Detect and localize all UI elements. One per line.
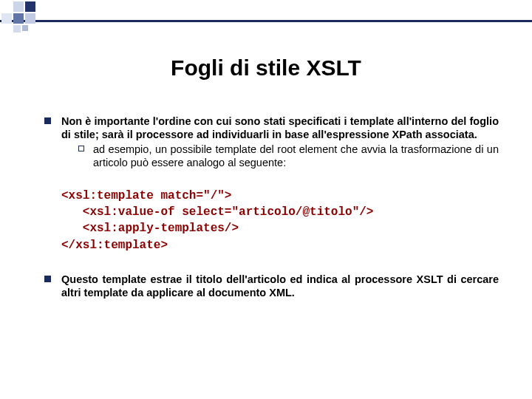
deco-square <box>13 13 24 24</box>
deco-square <box>25 13 35 24</box>
sub-bullet-text: ad esempio, un possibile template del ro… <box>93 143 499 169</box>
header-bar <box>0 20 532 22</box>
hollow-square-bullet-icon <box>78 146 84 151</box>
bullet-item: Non è importante l'ordine con cui sono s… <box>44 115 499 170</box>
header-decoration <box>0 0 532 31</box>
deco-square <box>1 13 12 24</box>
bullet-text: Questo template estrae il titolo dell'ar… <box>61 273 499 299</box>
deco-square <box>25 1 35 12</box>
sub-bullet-item: ad esempio, un possibile template del ro… <box>78 143 499 169</box>
bullet-text: Non è importante l'ordine con cui sono s… <box>61 115 499 141</box>
square-bullet-icon <box>44 117 51 124</box>
deco-square <box>22 25 28 31</box>
code-block: <xsl:template match="/"> <xsl:value-of s… <box>61 188 499 254</box>
slide-title: Fogli di stile XSLT <box>0 55 532 81</box>
square-bullet-icon <box>44 276 51 282</box>
deco-square <box>13 1 24 12</box>
bullet-text-block: Non è importante l'ordine con cui sono s… <box>61 115 499 170</box>
slide-content: Non è importante l'ordine con cui sono s… <box>44 115 499 304</box>
deco-square <box>13 25 21 33</box>
bullet-item: Questo template estrae il titolo dell'ar… <box>44 273 499 299</box>
